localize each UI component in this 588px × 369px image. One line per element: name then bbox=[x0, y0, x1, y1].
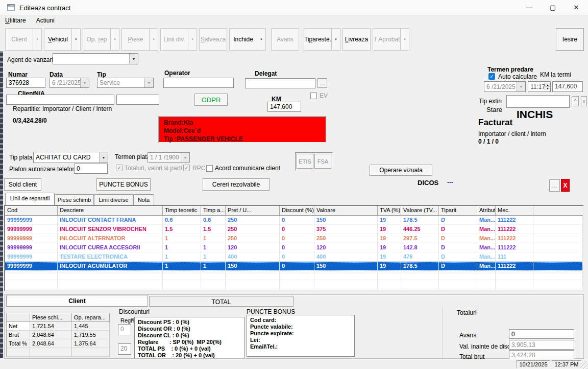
toolbar-client-dropdown-icon[interactable]: ▼ bbox=[33, 28, 42, 51]
toolbar-t-aprobat-dropdown-icon[interactable]: ▼ bbox=[401, 28, 409, 51]
termen-time-spinner[interactable]: 11:17 ▲ ▼ bbox=[528, 81, 551, 92]
column-header-descriere[interactable]: Descriere bbox=[58, 206, 163, 215]
km-la-termen-field[interactable]: 147,600 bbox=[552, 81, 583, 92]
tab-client[interactable]: Client bbox=[6, 295, 148, 307]
status-time: 12:37 PM bbox=[552, 360, 581, 368]
toolbar-op-rep-dropdown-icon[interactable]: ▼ bbox=[111, 28, 119, 51]
toolbar-inchide-button[interactable]: Inchide bbox=[229, 28, 257, 51]
column-header-valoare[interactable]: Valoare bbox=[314, 206, 378, 215]
toolbar-tipareste-dropdown-icon[interactable]: ▼ bbox=[332, 28, 340, 51]
toolbar-inchide-dropdown-icon[interactable]: ▼ bbox=[257, 28, 266, 51]
operare-vizuala-button[interactable]: Operare vizuala bbox=[370, 165, 432, 176]
spin-up-icon[interactable]: ▲ bbox=[545, 83, 550, 87]
tip-extins-clear-button[interactable]: x bbox=[581, 96, 587, 106]
column-header-discount[interactable]: Discount (%) bbox=[280, 206, 314, 215]
toolbar-livreaza-button[interactable]: Livreaza bbox=[342, 28, 371, 51]
window-title: Editeaza contract bbox=[19, 4, 70, 12]
chevron-down-icon[interactable]: ▼ bbox=[129, 54, 138, 64]
resize-grip[interactable] bbox=[580, 362, 587, 369]
sold-client-button[interactable]: Sold client bbox=[4, 178, 41, 191]
column-header-mec[interactable]: Mec. bbox=[496, 206, 533, 215]
km-field[interactable]: 147,600 bbox=[267, 102, 301, 112]
tab-total[interactable]: TOTAL bbox=[149, 296, 293, 307]
column-header-pret-u[interactable]: Pret / U... bbox=[226, 206, 280, 215]
data-combobox: 6 /21/2025 ▼ bbox=[50, 78, 89, 88]
delegat-field[interactable] bbox=[245, 78, 315, 88]
client-field-2[interactable] bbox=[116, 95, 159, 105]
toolbar-iesire-button[interactable]: Iesire bbox=[556, 28, 584, 51]
sold-line: 0/3,424.28/0 bbox=[13, 117, 47, 124]
toolbar-group-op-rep: Op. rep▼ bbox=[83, 28, 119, 51]
regl-field-1[interactable]: 0 bbox=[118, 324, 131, 335]
grid-row[interactable]: 99999999INLOCUIT ACUMULATOR1115001501917… bbox=[5, 262, 583, 271]
grid-row[interactable]: 99999999INLOCUIT SENZOR VIBROCHEN1.51.52… bbox=[5, 225, 583, 234]
toolbar-salveaza-button[interactable]: Salveaza bbox=[199, 28, 227, 51]
column-header-tva[interactable]: TVA (%) bbox=[378, 206, 401, 215]
toolbar-op-rep-button[interactable]: Op. rep bbox=[83, 28, 111, 51]
spinner-buttons[interactable]: ▲ ▼ bbox=[545, 83, 550, 90]
delegat-browse-button[interactable]: ... bbox=[317, 78, 327, 88]
puncte-bonus-button[interactable]: PUNCTE BONUS bbox=[96, 178, 151, 191]
rpc-checkbox-label: RPC bbox=[192, 165, 205, 172]
agent-value bbox=[53, 58, 129, 60]
tip-extins-field[interactable] bbox=[506, 95, 570, 108]
spin-down-icon[interactable]: ▼ bbox=[545, 87, 550, 90]
grid-row[interactable]: 99999999INLOCUIT CUREA ACCESORII11120012… bbox=[5, 243, 583, 252]
column-header-cod[interactable]: Cod bbox=[5, 206, 58, 215]
toolbar-vehicul-button[interactable]: Vehicul bbox=[44, 28, 72, 51]
more-options-button[interactable]: ... bbox=[549, 179, 560, 192]
toolbar-avans-button[interactable]: Avans bbox=[271, 28, 299, 51]
toolbar-linii-div-button[interactable]: Linii div. bbox=[160, 28, 188, 51]
toolbar-vehicul-dropdown-icon[interactable]: ▼ bbox=[72, 28, 81, 51]
text-line: Discount OR : 0 (%) bbox=[138, 326, 241, 332]
minimize-icon[interactable]: — bbox=[518, 0, 541, 15]
etis-button[interactable]: ETIS bbox=[297, 154, 313, 169]
grid-row[interactable]: 99999999INLOCUIT CONTACT FRANA0.60.62500… bbox=[5, 216, 583, 225]
toolbar-client-button[interactable]: Client bbox=[5, 28, 33, 51]
tab-linii-diverse[interactable]: Linii diverse bbox=[94, 194, 133, 205]
client-field-1[interactable] bbox=[6, 95, 114, 105]
toolbar-piese-dropdown-icon[interactable]: ▼ bbox=[150, 28, 158, 51]
tab-piese-schimb[interactable]: Piese schimb bbox=[55, 194, 94, 205]
grid-header: CodDescriereTimp teoreticTimp a...Pret /… bbox=[5, 206, 583, 216]
toolbar-t-aprobat-button[interactable]: T Aprobat bbox=[373, 28, 401, 51]
tip-plata-combobox[interactable]: ACHITAT CU CARD ▼ bbox=[33, 152, 108, 163]
termen-plata-label: Termen plata bbox=[115, 153, 150, 160]
chevron-down-icon[interactable]: ▼ bbox=[99, 152, 108, 163]
cereri-rezolvabile-button[interactable]: Cereri rezolvabile bbox=[203, 178, 270, 191]
tip-extins-up-button[interactable]: ^ bbox=[572, 96, 579, 106]
divider bbox=[442, 307, 443, 358]
operator-field[interactable] bbox=[163, 78, 234, 88]
ev-checkbox[interactable] bbox=[310, 93, 317, 99]
column-header-timp-teoretic[interactable]: Timp teoretic bbox=[163, 206, 201, 215]
toolbar-piese-button[interactable]: Piese bbox=[121, 28, 150, 51]
column-header-tiparit[interactable]: Tiparit bbox=[439, 206, 477, 215]
grid-row[interactable]: 99999999INLOCUIT ALTERNATOR1125002501929… bbox=[5, 234, 583, 243]
toolbar-linii-div-dropdown-icon[interactable]: ▼ bbox=[188, 28, 197, 51]
close-icon[interactable]: ✕ bbox=[565, 0, 588, 15]
column-header-valoare-tv[interactable]: Valoare (TV... bbox=[401, 206, 439, 215]
red-x-button[interactable]: X bbox=[561, 179, 570, 192]
toolbar-tipareste-button[interactable]: Tipareste... bbox=[304, 28, 332, 51]
tab-linii-de-reparatii[interactable]: Linii de reparatii bbox=[5, 193, 55, 205]
menu-actiuni[interactable]: Actiuni bbox=[31, 15, 60, 27]
maximize-icon[interactable]: ▢ bbox=[541, 0, 565, 15]
toolbar-group-tipareste: Tipareste...▼ bbox=[304, 28, 340, 51]
menu-utilitare[interactable]: Utilitare bbox=[0, 15, 31, 27]
numar-field[interactable]: 376928 bbox=[6, 78, 45, 88]
avans-field[interactable]: 0 bbox=[509, 329, 574, 339]
grid-row[interactable]: 99999999TESTARE ELECTRONICA1140004001947… bbox=[5, 252, 583, 262]
grid-body: 99999999INLOCUIT CONTACT FRANA0.60.62500… bbox=[5, 216, 583, 289]
fsa-button[interactable]: FSA bbox=[314, 154, 331, 169]
agent-combobox[interactable]: ▼ bbox=[53, 53, 138, 64]
regl-field-2[interactable]: 20 bbox=[118, 343, 131, 355]
auto-calculare-checkbox[interactable]: ✓ bbox=[488, 73, 495, 80]
gdpr-button[interactable]: GDPR bbox=[194, 94, 228, 106]
plafon-field[interactable]: 0 bbox=[74, 164, 108, 174]
acord-checkbox[interactable] bbox=[206, 165, 213, 172]
column-header-timp-a[interactable]: Timp a... bbox=[201, 206, 226, 215]
stare-label: Stare bbox=[486, 106, 502, 113]
column-header-atribut[interactable]: Atribut bbox=[477, 206, 496, 215]
tab-nota[interactable]: Nota bbox=[133, 194, 154, 205]
text-line: Tip :PASSENGER VEHICLE bbox=[164, 135, 321, 143]
